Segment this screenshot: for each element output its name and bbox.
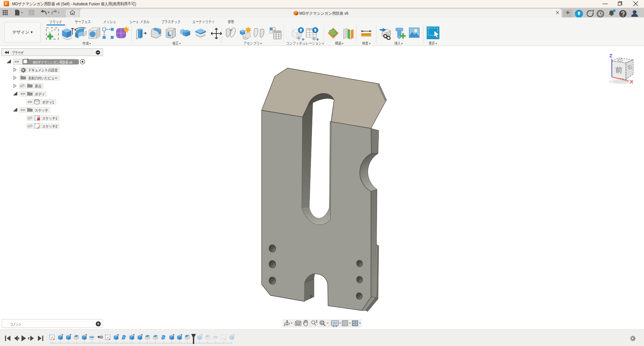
svg-text:X: X	[630, 79, 633, 84]
svg-text:Z: Z	[609, 53, 612, 58]
svg-text:前: 前	[615, 66, 623, 74]
